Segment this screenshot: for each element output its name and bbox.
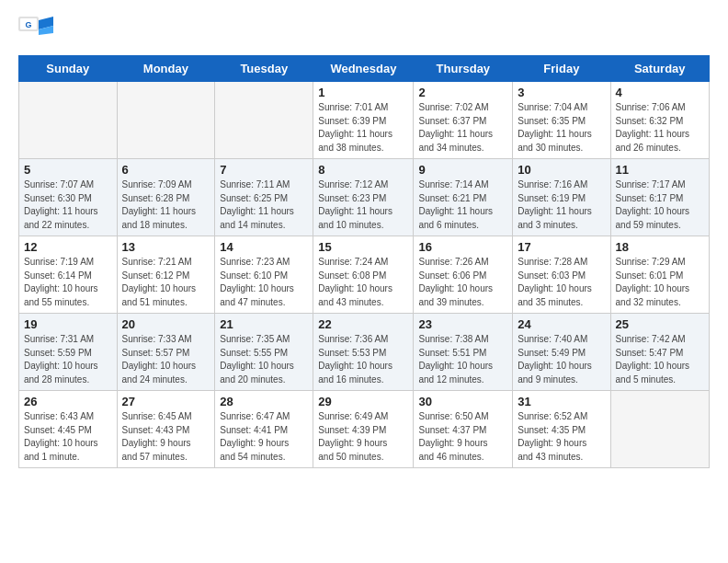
calendar-cell: 28Sunrise: 6:47 AM Sunset: 4:41 PM Dayli…	[215, 391, 313, 468]
day-info: Sunrise: 7:17 AM Sunset: 6:17 PM Dayligh…	[616, 178, 704, 232]
day-number: 7	[220, 163, 308, 177]
day-number: 14	[220, 240, 308, 254]
weekday-header-sunday: Sunday	[19, 56, 118, 82]
calendar-cell: 8Sunrise: 7:12 AM Sunset: 6:23 PM Daylig…	[313, 159, 414, 236]
page: G SundayMondayTuesdayWednesdayThursdayFr…	[0, 0, 728, 477]
calendar-cell: 2Sunrise: 7:02 AM Sunset: 6:37 PM Daylig…	[414, 82, 513, 159]
day-info: Sunrise: 6:45 AM Sunset: 4:43 PM Dayligh…	[122, 410, 210, 464]
calendar-cell	[215, 82, 313, 159]
day-number: 29	[318, 395, 408, 408]
calendar-cell: 10Sunrise: 7:16 AM Sunset: 6:19 PM Dayli…	[513, 159, 610, 236]
weekday-header-monday: Monday	[117, 56, 215, 82]
day-number: 5	[24, 163, 112, 177]
weekday-header-friday: Friday	[513, 56, 610, 82]
day-info: Sunrise: 7:26 AM Sunset: 6:06 PM Dayligh…	[418, 256, 507, 309]
day-info: Sunrise: 6:49 AM Sunset: 4:39 PM Dayligh…	[318, 410, 408, 464]
calendar-cell: 7Sunrise: 7:11 AM Sunset: 6:25 PM Daylig…	[215, 159, 313, 236]
calendar-cell: 27Sunrise: 6:45 AM Sunset: 4:43 PM Dayli…	[117, 391, 215, 468]
day-number: 15	[318, 240, 408, 254]
calendar-cell: 30Sunrise: 6:50 AM Sunset: 4:37 PM Dayli…	[414, 391, 513, 468]
day-number: 24	[518, 317, 605, 331]
day-number: 21	[220, 317, 308, 331]
logo: G	[18, 17, 55, 48]
day-number: 30	[418, 395, 507, 408]
calendar-week-row: 12Sunrise: 7:19 AM Sunset: 6:14 PM Dayli…	[19, 236, 710, 314]
logo-icon: G	[18, 17, 53, 48]
calendar-cell: 4Sunrise: 7:06 AM Sunset: 6:32 PM Daylig…	[610, 82, 709, 159]
day-info: Sunrise: 7:28 AM Sunset: 6:03 PM Dayligh…	[518, 256, 605, 309]
calendar-cell: 23Sunrise: 7:38 AM Sunset: 5:51 PM Dayli…	[414, 314, 513, 391]
day-info: Sunrise: 7:11 AM Sunset: 6:25 PM Dayligh…	[220, 178, 308, 232]
day-number: 10	[518, 163, 605, 177]
day-number: 3	[518, 86, 605, 99]
calendar-cell: 14Sunrise: 7:23 AM Sunset: 6:10 PM Dayli…	[215, 236, 313, 314]
day-info: Sunrise: 6:43 AM Sunset: 4:45 PM Dayligh…	[24, 410, 112, 464]
calendar-week-row: 1Sunrise: 7:01 AM Sunset: 6:39 PM Daylig…	[19, 82, 710, 159]
calendar-cell: 21Sunrise: 7:35 AM Sunset: 5:55 PM Dayli…	[215, 314, 313, 391]
day-number: 25	[616, 317, 704, 331]
day-info: Sunrise: 7:38 AM Sunset: 5:51 PM Dayligh…	[418, 333, 507, 386]
day-info: Sunrise: 7:29 AM Sunset: 6:01 PM Dayligh…	[616, 256, 704, 309]
day-number: 28	[220, 395, 308, 408]
weekday-header-thursday: Thursday	[414, 56, 513, 82]
calendar-cell: 17Sunrise: 7:28 AM Sunset: 6:03 PM Dayli…	[513, 236, 610, 314]
calendar-cell: 19Sunrise: 7:31 AM Sunset: 5:59 PM Dayli…	[19, 314, 118, 391]
day-info: Sunrise: 7:19 AM Sunset: 6:14 PM Dayligh…	[24, 256, 112, 309]
weekday-header-wednesday: Wednesday	[313, 56, 414, 82]
calendar-cell: 31Sunrise: 6:52 AM Sunset: 4:35 PM Dayli…	[513, 391, 610, 468]
day-info: Sunrise: 7:04 AM Sunset: 6:35 PM Dayligh…	[518, 101, 605, 155]
calendar-week-row: 5Sunrise: 7:07 AM Sunset: 6:30 PM Daylig…	[19, 159, 710, 236]
calendar-cell	[610, 391, 709, 468]
day-info: Sunrise: 6:50 AM Sunset: 4:37 PM Dayligh…	[418, 410, 507, 464]
calendar-cell: 26Sunrise: 6:43 AM Sunset: 4:45 PM Dayli…	[19, 391, 118, 468]
day-number: 6	[122, 163, 210, 177]
day-info: Sunrise: 7:21 AM Sunset: 6:12 PM Dayligh…	[122, 256, 210, 309]
calendar-cell: 16Sunrise: 7:26 AM Sunset: 6:06 PM Dayli…	[414, 236, 513, 314]
day-info: Sunrise: 7:07 AM Sunset: 6:30 PM Dayligh…	[24, 178, 112, 232]
calendar-cell: 3Sunrise: 7:04 AM Sunset: 6:35 PM Daylig…	[513, 82, 610, 159]
calendar: SundayMondayTuesdayWednesdayThursdayFrid…	[18, 55, 710, 468]
calendar-cell: 29Sunrise: 6:49 AM Sunset: 4:39 PM Dayli…	[313, 391, 414, 468]
calendar-cell: 12Sunrise: 7:19 AM Sunset: 6:14 PM Dayli…	[19, 236, 118, 314]
day-number: 1	[318, 86, 408, 99]
day-info: Sunrise: 7:36 AM Sunset: 5:53 PM Dayligh…	[318, 333, 408, 386]
day-number: 20	[122, 317, 210, 331]
calendar-cell: 9Sunrise: 7:14 AM Sunset: 6:21 PM Daylig…	[414, 159, 513, 236]
day-info: Sunrise: 7:14 AM Sunset: 6:21 PM Dayligh…	[418, 178, 507, 232]
calendar-cell	[19, 82, 118, 159]
day-info: Sunrise: 7:42 AM Sunset: 5:47 PM Dayligh…	[616, 333, 704, 386]
day-info: Sunrise: 6:47 AM Sunset: 4:41 PM Dayligh…	[220, 410, 308, 464]
day-info: Sunrise: 7:09 AM Sunset: 6:28 PM Dayligh…	[122, 178, 210, 232]
calendar-cell: 18Sunrise: 7:29 AM Sunset: 6:01 PM Dayli…	[610, 236, 709, 314]
day-number: 2	[418, 86, 507, 99]
day-info: Sunrise: 7:40 AM Sunset: 5:49 PM Dayligh…	[518, 333, 605, 386]
day-info: Sunrise: 7:01 AM Sunset: 6:39 PM Dayligh…	[318, 101, 408, 155]
weekday-header-saturday: Saturday	[610, 56, 709, 82]
calendar-cell: 25Sunrise: 7:42 AM Sunset: 5:47 PM Dayli…	[610, 314, 709, 391]
day-number: 31	[518, 395, 605, 408]
day-number: 4	[616, 86, 704, 99]
day-info: Sunrise: 6:52 AM Sunset: 4:35 PM Dayligh…	[518, 410, 605, 464]
calendar-cell: 22Sunrise: 7:36 AM Sunset: 5:53 PM Dayli…	[313, 314, 414, 391]
calendar-cell: 20Sunrise: 7:33 AM Sunset: 5:57 PM Dayli…	[117, 314, 215, 391]
day-info: Sunrise: 7:16 AM Sunset: 6:19 PM Dayligh…	[518, 178, 605, 232]
day-number: 16	[418, 240, 507, 254]
weekday-header-row: SundayMondayTuesdayWednesdayThursdayFrid…	[19, 56, 710, 82]
day-info: Sunrise: 7:02 AM Sunset: 6:37 PM Dayligh…	[418, 101, 507, 155]
day-number: 19	[24, 317, 112, 331]
day-number: 13	[122, 240, 210, 254]
calendar-cell: 24Sunrise: 7:40 AM Sunset: 5:49 PM Dayli…	[513, 314, 610, 391]
svg-text:G: G	[25, 20, 31, 29]
weekday-header-tuesday: Tuesday	[215, 56, 313, 82]
day-info: Sunrise: 7:31 AM Sunset: 5:59 PM Dayligh…	[24, 333, 112, 386]
calendar-cell: 13Sunrise: 7:21 AM Sunset: 6:12 PM Dayli…	[117, 236, 215, 314]
day-number: 23	[418, 317, 507, 331]
day-number: 8	[318, 163, 408, 177]
calendar-week-row: 19Sunrise: 7:31 AM Sunset: 5:59 PM Dayli…	[19, 314, 710, 391]
day-info: Sunrise: 7:06 AM Sunset: 6:32 PM Dayligh…	[616, 101, 704, 155]
day-number: 27	[122, 395, 210, 408]
day-number: 22	[318, 317, 408, 331]
day-number: 17	[518, 240, 605, 254]
header: G	[18, 17, 710, 48]
day-info: Sunrise: 7:24 AM Sunset: 6:08 PM Dayligh…	[318, 256, 408, 309]
